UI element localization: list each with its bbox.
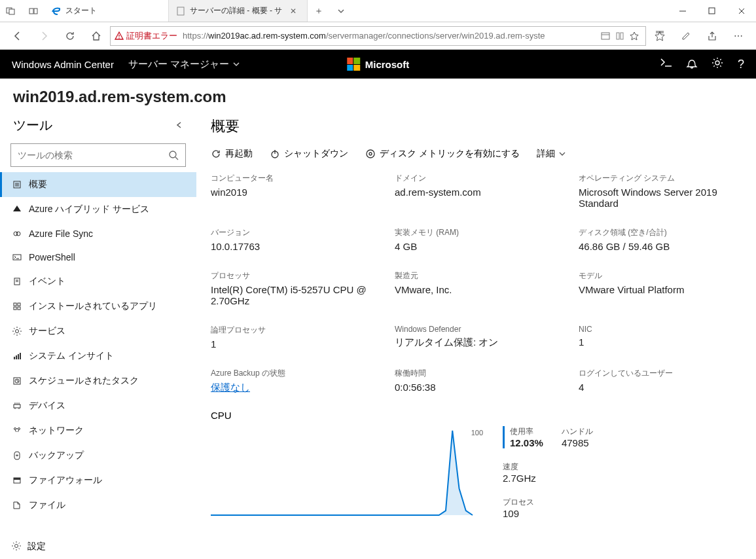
help-icon[interactable]: ? bbox=[738, 58, 744, 71]
sidebar-item-3[interactable]: PowerShell bbox=[0, 245, 196, 269]
tool-icon bbox=[12, 376, 22, 386]
property-value: リアルタイム保護: オン bbox=[395, 336, 566, 349]
sidebar-item-0[interactable]: 概要 bbox=[0, 172, 196, 197]
svg-rect-34 bbox=[14, 307, 16, 310]
svg-point-10 bbox=[118, 37, 120, 39]
shutdown-button[interactable]: シャットダウン bbox=[270, 148, 348, 160]
refresh-button[interactable] bbox=[58, 24, 82, 48]
favorites-bar-icon[interactable] bbox=[647, 24, 672, 48]
property-10: Windows Defenderリアルタイム保護: オン bbox=[395, 325, 566, 350]
property-value: 4 bbox=[579, 382, 749, 393]
tool-icon bbox=[12, 450, 22, 461]
main-content: 概要 再起動 シャットダウン ディスク メトリックを有効にする 詳細 コンピュー… bbox=[196, 113, 756, 559]
app-brand[interactable]: Windows Admin Center bbox=[12, 59, 114, 70]
browser-tab-1[interactable]: サーバーの詳細 - 概要 - サ ✕ bbox=[169, 0, 308, 22]
svg-rect-13 bbox=[617, 33, 619, 39]
tool-icon bbox=[12, 204, 22, 215]
property-grid: コンピューター名win2019ドメインad.rem-system.comオペレー… bbox=[211, 173, 749, 394]
tool-list[interactable]: 概要Azure ハイブリッド サービスAzure File SyncPowerS… bbox=[0, 172, 196, 533]
cert-error-badge[interactable]: 証明書エラー bbox=[115, 30, 177, 42]
share-icon[interactable] bbox=[700, 24, 725, 48]
tool-icon bbox=[12, 179, 22, 190]
sidebar-item-7[interactable]: システム インサイト bbox=[0, 344, 196, 369]
tab-chevron-icon[interactable] bbox=[330, 0, 352, 22]
property-label: ログインしているユーザー bbox=[579, 368, 749, 379]
sidebar-item-1[interactable]: Azure ハイブリッド サービス bbox=[0, 197, 196, 222]
sidebar-item-8[interactable]: スケジュールされたタスク bbox=[0, 369, 196, 393]
warning-icon bbox=[115, 31, 124, 41]
back-button[interactable] bbox=[5, 24, 30, 48]
tool-icon bbox=[12, 500, 22, 511]
sidebar-settings[interactable]: 設定 bbox=[0, 533, 196, 559]
property-label: モデル bbox=[579, 270, 749, 281]
chevron-down-icon bbox=[233, 61, 240, 67]
address-bar: 証明書エラー https://win2019ac.ad.rem-system.c… bbox=[0, 22, 756, 50]
restart-button[interactable]: 再起動 bbox=[211, 148, 253, 160]
tab-preview-icon[interactable] bbox=[22, 0, 45, 22]
close-button[interactable] bbox=[727, 0, 756, 22]
notes-icon[interactable] bbox=[674, 24, 698, 48]
sidebar-item-13[interactable]: ファイル bbox=[0, 493, 196, 518]
browser-tab-0[interactable]: スタート bbox=[45, 0, 169, 22]
search-input[interactable] bbox=[18, 150, 168, 160]
cpu-util: 使用率 12.03% bbox=[503, 426, 543, 448]
svg-point-62 bbox=[367, 150, 374, 158]
sidebar-item-11[interactable]: バックアップ bbox=[0, 443, 196, 468]
tool-icon bbox=[12, 301, 22, 312]
svg-rect-38 bbox=[16, 355, 17, 359]
property-4: 実装メモリ (RAM)4 GB bbox=[395, 227, 566, 252]
sidebar-item-10[interactable]: ネットワーク bbox=[0, 418, 196, 443]
notifications-icon[interactable] bbox=[687, 57, 697, 71]
search-icon bbox=[168, 150, 179, 160]
console-icon[interactable] bbox=[660, 58, 672, 70]
reading-list-icon[interactable] bbox=[613, 31, 627, 41]
tool-label: サービス bbox=[29, 325, 65, 337]
property-label: NIC bbox=[579, 325, 749, 334]
more-icon[interactable]: ⋯ bbox=[726, 24, 751, 48]
sidebar-item-12[interactable]: ファイアウォール bbox=[0, 468, 196, 493]
svg-rect-27 bbox=[13, 255, 21, 260]
more-actions-button[interactable]: 詳細 bbox=[537, 148, 566, 160]
property-9: 論理プロセッサ1 bbox=[211, 325, 382, 350]
disk-metrics-button[interactable]: ディスク メトリックを有効にする bbox=[365, 148, 520, 160]
cpu-procs: プロセス 109 bbox=[503, 497, 593, 519]
gear-icon[interactable] bbox=[711, 57, 723, 71]
new-tab-button[interactable]: ＋ bbox=[308, 0, 330, 22]
forward-button[interactable] bbox=[31, 24, 56, 48]
property-link[interactable]: 保護なし bbox=[211, 382, 250, 393]
property-value: Microsoft Windows Server 2019 Standard bbox=[579, 187, 749, 209]
property-1: ドメインad.rem-system.com bbox=[395, 173, 566, 209]
property-label: プロセッサ bbox=[211, 270, 382, 281]
reading-view-icon[interactable] bbox=[598, 31, 613, 41]
maximize-button[interactable] bbox=[697, 0, 727, 22]
sidebar-item-9[interactable]: デバイス bbox=[0, 393, 196, 418]
tool-label: デバイス bbox=[29, 400, 65, 412]
svg-point-51 bbox=[14, 428, 16, 430]
sidebar-item-6[interactable]: サービス bbox=[0, 319, 196, 344]
sidebar-item-4[interactable]: イベント bbox=[0, 269, 196, 294]
power-icon bbox=[270, 149, 280, 159]
tool-icon bbox=[12, 326, 22, 336]
svg-point-18 bbox=[715, 61, 719, 65]
tool-label: スケジュールされたタスク bbox=[29, 375, 139, 387]
tool-label: バックアップ bbox=[29, 450, 84, 461]
overview-title: 概要 bbox=[211, 117, 749, 136]
breadcrumb[interactable]: サーバー マネージャー bbox=[128, 58, 240, 71]
page-favicon bbox=[175, 6, 186, 16]
sidebar-item-2[interactable]: Azure File Sync bbox=[0, 222, 196, 245]
svg-rect-11 bbox=[602, 33, 609, 39]
tab-actions-icon[interactable] bbox=[0, 0, 22, 22]
sidebar-item-5[interactable]: インストールされているアプリ bbox=[0, 294, 196, 319]
property-value: 46.86 GB / 59.46 GB bbox=[579, 241, 749, 252]
tool-search[interactable] bbox=[10, 143, 186, 167]
url-input[interactable]: 証明書エラー https://win2019ac.ad.rem-system.c… bbox=[110, 26, 646, 46]
target-icon bbox=[365, 149, 376, 159]
property-label: 製造元 bbox=[395, 270, 566, 281]
close-tab-icon[interactable]: ✕ bbox=[289, 7, 298, 16]
property-value: ad.rem-system.com bbox=[395, 187, 566, 198]
tool-icon bbox=[12, 475, 22, 486]
home-button[interactable] bbox=[84, 24, 109, 48]
minimize-button[interactable] bbox=[668, 0, 697, 22]
favorite-icon[interactable] bbox=[627, 31, 641, 41]
collapse-sidebar-icon[interactable] bbox=[175, 120, 183, 131]
